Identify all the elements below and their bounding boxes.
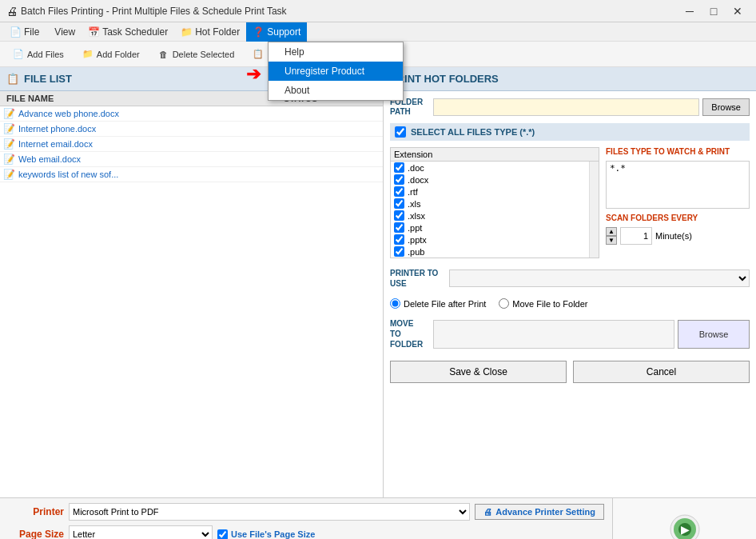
table-row[interactable]: 📝 Web email.docx [0, 152, 383, 167]
scan-value-input[interactable] [620, 227, 652, 245]
printer-select[interactable] [449, 270, 750, 287]
main-area: 📋 FILE LIST FILE NAME STATUS 📝 Advance w… [0, 67, 756, 497]
ext-pptx-checkbox[interactable] [394, 234, 404, 245]
start-printing-button[interactable]: ▶ Start Printing [636, 505, 733, 540]
spin-down-button[interactable]: ▼ [606, 236, 617, 245]
hot-folder-panel: PRINT HOT FOLDERS FOLDERPATH Browse SELE… [384, 67, 756, 497]
list-item: .xls [391, 198, 589, 210]
list-item: .pptx [391, 234, 589, 246]
use-files-page-size-checkbox: Use File's Page Size [217, 529, 315, 540]
list-item: .rtf [391, 186, 589, 198]
cancel-button[interactable]: Cancel [573, 361, 750, 383]
printer-settings-row: Printer Microsoft Print to PDF 🖨 Advance… [8, 503, 604, 521]
start-printing-icon: ▶ [669, 513, 701, 540]
file-doc-icon: 📝 [3, 138, 15, 150]
table-row[interactable]: 📝 keywords list of new sof... [0, 167, 383, 182]
add-folder-button[interactable]: 📁 Add Folder [74, 44, 147, 65]
scan-row: ▲ ▼ Minute(s) [606, 227, 750, 245]
empty-icon: 📋 [252, 48, 265, 61]
ext-rtf-checkbox[interactable] [394, 186, 404, 197]
start-printing-area: ▶ Start Printing [612, 498, 756, 539]
menu-about-item[interactable]: About [269, 81, 403, 100]
add-folder-icon: 📁 [82, 48, 94, 61]
page-size-select[interactable]: Letter [69, 525, 213, 539]
minimize-button[interactable]: ─ [678, 2, 702, 20]
ext-doc-checkbox[interactable] [394, 162, 404, 173]
table-row[interactable]: 📝 Internet phone.docx [0, 122, 383, 137]
printer-row: PRINTER TOUSE [390, 268, 750, 289]
bottom-panel: Printer Microsoft Print to PDF 🖨 Advance… [0, 497, 756, 539]
add-files-button[interactable]: 📄 Add Files [5, 44, 71, 65]
advance-printer-button[interactable]: 🖨 Advance Printer Setting [475, 504, 604, 520]
ext-xls-checkbox[interactable] [394, 198, 404, 209]
extension-list-header: Extension [391, 148, 599, 162]
file-doc-icon: 📝 [3, 169, 15, 180]
list-item: .doc [391, 162, 589, 174]
menu-help-item[interactable]: Help [269, 42, 403, 62]
delete-icon: 🗑 [157, 48, 170, 61]
move-folder-input[interactable] [433, 320, 674, 349]
select-all-row: SELECT ALL FILES TYPE (*.*) [390, 123, 750, 141]
hot-folder-content: FOLDERPATH Browse SELECT ALL FILES TYPE … [384, 91, 756, 497]
spin-container: ▲ ▼ [606, 227, 617, 245]
hot-folder-header: PRINT HOT FOLDERS [384, 67, 756, 91]
menu-bar: 📄 File View 📅 Task Scheduler 📁 Hot Folde… [0, 22, 756, 42]
extension-scrollbar[interactable] [589, 162, 599, 258]
folder-path-input[interactable] [433, 98, 699, 116]
svg-text:▶: ▶ [680, 523, 689, 536]
delete-radio-item: Delete File after Print [390, 298, 486, 309]
ext-xlsx-checkbox[interactable] [394, 210, 404, 221]
folder-browse-button[interactable]: Browse [702, 98, 750, 116]
move-folder-row: MOVETOFOLDER Browse [390, 318, 750, 349]
advance-printer-icon: 🖨 [483, 507, 492, 517]
move-folder-browse-button[interactable]: Browse [678, 320, 750, 349]
delete-selected-button[interactable]: 🗑 Delete Selected [150, 44, 242, 65]
printer-label: PRINTER TOUSE [390, 268, 446, 289]
hot-folder-icon: 📁 [181, 26, 193, 38]
title-bar-text: Batch Files Printing - Print Multiple Fi… [21, 6, 678, 17]
select-all-label: SELECT ALL FILES TYPE (*.*) [411, 127, 535, 137]
title-bar-buttons: ─ □ ✕ [678, 2, 750, 20]
task-icon: 📅 [88, 26, 100, 38]
files-type-textarea[interactable] [606, 161, 750, 209]
ext-pub-checkbox[interactable] [394, 246, 404, 257]
printer-bottom-select[interactable]: Microsoft Print to PDF [69, 503, 470, 521]
app-icon: 🖨 [6, 5, 18, 18]
radio-row: Delete File after Print Move File to Fol… [390, 298, 750, 309]
menu-support[interactable]: ❓ Support [246, 22, 307, 42]
menu-unregister-item[interactable]: Unregister Product [269, 62, 403, 81]
menu-file[interactable]: 📄 File [3, 22, 46, 42]
add-files-icon: 📄 [12, 48, 25, 61]
close-button[interactable]: ✕ [726, 2, 750, 20]
bottom-left: Printer Microsoft Print to PDF 🖨 Advance… [0, 498, 612, 539]
file-doc-icon: 📝 [3, 108, 15, 119]
menu-task-scheduler[interactable]: 📅 Task Scheduler [82, 22, 174, 42]
table-row[interactable]: 📝 Internet email.docx [0, 137, 383, 152]
scan-label: SCAN FOLDERS EVERY [606, 214, 750, 222]
support-icon: ❓ [253, 26, 265, 38]
support-dropdown-menu: Help Unregister Product About [268, 42, 404, 101]
menu-hot-folder[interactable]: 📁 Hot Folder [174, 22, 246, 42]
delete-file-radio[interactable] [390, 298, 400, 309]
extension-section: Extension .doc .docx .rtf .xls .xlsx .pp… [390, 147, 750, 258]
ext-docx-checkbox[interactable] [394, 174, 404, 185]
save-cancel-row: Save & Close Cancel [390, 361, 750, 383]
table-row[interactable]: 📝 Advance web phone.docx [0, 106, 383, 122]
file-list-panel: 📋 FILE LIST FILE NAME STATUS 📝 Advance w… [0, 67, 384, 497]
ext-ppt-checkbox[interactable] [394, 222, 404, 233]
select-all-checkbox[interactable] [395, 126, 406, 138]
menu-view[interactable]: View [46, 22, 82, 42]
move-file-radio[interactable] [499, 298, 509, 309]
files-type-label: FILES TYPE TO WATCH & PRINT [606, 147, 750, 156]
extension-list: .doc .docx .rtf .xls .xlsx .ppt .pptx .p… [391, 162, 589, 258]
list-item: .xlsx [391, 210, 589, 222]
use-files-page-size-check[interactable] [217, 529, 228, 540]
page-size-label: Page Size [8, 529, 64, 539]
spin-up-button[interactable]: ▲ [606, 227, 617, 236]
save-close-button[interactable]: Save & Close [390, 361, 567, 383]
minutes-label: Minute(s) [655, 231, 692, 241]
printer-bottom-label: Printer [8, 506, 64, 517]
maximize-button[interactable]: □ [702, 2, 726, 20]
page-size-row: Page Size Letter Use File's Page Size [8, 525, 604, 539]
file-doc-icon: 📝 [3, 123, 15, 134]
